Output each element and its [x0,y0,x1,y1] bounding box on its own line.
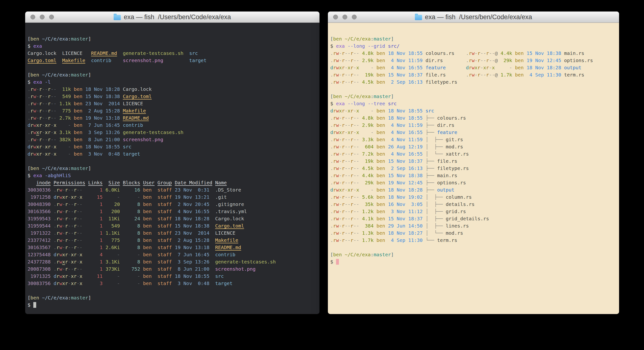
terminal-text-segment: LICENCE [210,230,235,236]
titlebar-right[interactable]: exa — fish /Users/ben/Code/exa/exa [328,12,619,23]
terminal-text-segment: 1971325 [28,273,50,279]
terminal-text-segment: - [474,50,478,56]
terminal-text-segment: 15 Nov 18:37 [385,216,423,222]
terminal-text-segment: 382k [56,137,71,142]
terminal-text-segment: . [28,130,30,135]
terminal-text-segment: r [350,158,353,164]
terminal-text-segment: ben [71,86,82,92]
terminal-text-segment: -- [353,201,359,207]
terminal-line: 30163566 .rw-r--r-- 1 200 8 ben staff 4 … [28,208,320,215]
terminal-text-segment: 8 [120,230,140,236]
terminal-text-segment: ben [71,144,82,150]
terminal-text-segment: Date Modified [175,180,212,186]
terminal-text-segment: w [336,208,339,214]
terminal-text-segment [212,180,215,186]
terminal-text-segment: - [339,58,342,63]
minimize-button[interactable] [40,14,44,20]
zoom-button[interactable] [352,14,357,20]
zoom-button[interactable] [49,14,54,20]
terminal-text-segment: 18 Nov 18:55 [385,115,423,121]
terminal-text-segment: -- [353,50,359,56]
terminal-line: 31959543 .rw-r--r-- 1 11Ki 24 ben staff … [28,215,320,222]
terminal-text-segment: README.md [91,50,117,56]
terminal-text-segment: x [483,65,486,70]
terminal-text-segment: - [345,108,348,114]
terminal-text-segment: - [68,280,71,286]
minimize-button[interactable] [342,14,347,20]
terminal-text-segment: 752 [120,266,140,272]
terminal-text-segment: 19 Nov 13:18 [172,244,210,250]
terminal-text-segment: LICENCE [120,101,143,106]
terminal-text-segment: w [59,208,62,214]
terminal-text-segment: 19 Nov 12:45 [385,180,423,186]
terminal-text-segment: r [65,237,68,243]
terminal-text-segment: 2.9k [359,122,374,128]
terminal-text-segment: - [42,151,45,157]
terminal-text-segment: - [42,122,45,128]
terminal-text-segment: w [59,280,62,286]
terminal-text-segment: x [54,122,56,128]
terminal-text-segment: - [480,65,483,70]
terminal-text-segment: ben staff [140,216,172,222]
close-button[interactable] [333,14,338,20]
terminal-text-segment: w [336,79,339,85]
terminal-line: .rw-r--r-- 1.3k ben 18 Nov 18:27 │ └── m… [330,230,619,236]
terminal-text-segment: 1 [82,187,102,193]
terminal-text-segment: 29k [359,180,374,186]
terminal-text-segment: r [342,58,345,63]
terminal-text-segment: ben [374,230,385,236]
terminal-text-segment: . [54,266,56,272]
terminal-text-segment: - [339,166,342,171]
terminal-text-segment: master [374,252,391,258]
terminal-text-segment: . [330,58,333,63]
terminal-text-segment: r [74,259,77,265]
terminal-text-segment: ] [391,252,394,258]
terminal-text-segment: r [350,144,353,150]
close-button[interactable] [30,14,35,20]
terminal-text-segment: r [333,216,336,222]
terminal-text-segment [422,158,426,164]
terminal-text-segment: Makefile [215,237,238,243]
terminal-text-segment: . [28,94,30,99]
terminal-text-segment: 11Ki [102,216,120,222]
terminal-text-segment: ben [374,187,385,193]
terminal-text-segment: - [359,130,374,135]
terminal-line: $ exa -abghHliS [28,172,320,179]
terminal-text-segment: r [39,115,42,121]
terminal-text-segment: r [48,137,50,142]
terminal-text-segment: 18 Nov 18:28 [524,65,561,70]
terminal-line: drwxr-xr-x - ben 4 Nov 16:55 feature drw… [330,64,619,71]
terminal-output-left[interactable]: [ben ~/C/e/exa:master]$ exaCargo.lock LI… [25,23,320,308]
terminal-text-segment: src [210,273,224,279]
terminal-text-segment: ben [333,94,342,99]
terminal-text-segment: r [342,166,345,171]
titlebar-left[interactable]: exa — fish /Users/ben/Code/exa/exa [25,12,320,23]
terminal-text-segment [342,36,345,42]
terminal-line: .rw-r--r-- 1.7k ben 4 Sep 11:30 └── term… [330,236,619,244]
terminal-text-segment: 3 [82,280,102,286]
terminal-window-right: exa — fish /Users/ben/Code/exa/exa [ben … [328,12,619,314]
terminal-text-segment: . [330,237,333,243]
terminal-text-segment: generate-testcases.sh [210,259,276,265]
terminal-text-segment: main.rs [437,172,457,178]
terminal-text-segment: ] [88,295,91,300]
terminal-text-segment: w [59,259,62,265]
terminal-text-segment: exa [33,172,42,178]
terminal-text-segment: d [54,273,56,279]
terminal-text-segment [50,237,54,243]
terminal-text-segment: [ [330,94,333,99]
terminal-output-right[interactable]: [ben ~/C/e/exa:master]$ exa --long --gri… [328,23,619,266]
terminal-line: drwxr-xr-x - ben 18 Nov 18:28 ├── output [330,186,619,194]
terminal-text-segment: x [474,65,478,70]
terminal-text-segment: r [56,230,59,236]
terminal-text-segment: filetype.rs [422,79,457,85]
terminal-text-segment [422,130,426,135]
terminal-line: .rw-r--r-- 384 ben 29 Jun 14:50 │ ├── li… [330,222,619,230]
terminal-text-segment: r [30,86,33,92]
terminal-text-segment: . [330,137,333,142]
terminal-text-segment: x [339,108,342,114]
terminal-text-segment: -- [345,208,350,214]
terminal-text-segment: w [336,58,339,63]
terminal-text-segment: - [339,151,342,157]
terminal-text-segment: w [33,94,36,99]
